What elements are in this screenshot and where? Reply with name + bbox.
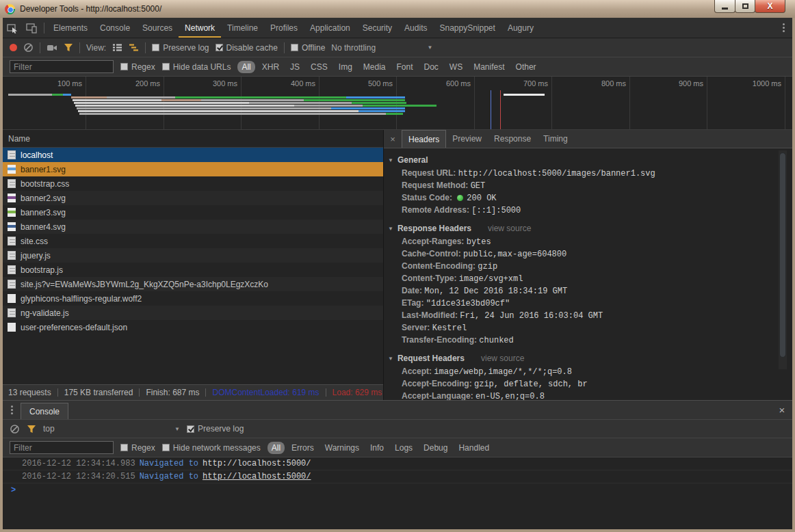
toolbar-divider [79, 42, 80, 53]
section-title-row[interactable]: ▼Response Headersview source [384, 221, 792, 236]
request-name: localhost [21, 150, 53, 160]
hide-network-messages-checkbox[interactable]: Hide network messages [162, 443, 261, 453]
table-row[interactable]: localhost [3, 148, 383, 162]
details-tab-preview[interactable]: Preview [446, 130, 488, 148]
tab-timeline[interactable]: Timeline [221, 18, 264, 38]
tab-application[interactable]: Application [304, 18, 356, 38]
details-tab-headers[interactable]: Headers [402, 130, 446, 148]
view-source-link[interactable]: view source [488, 224, 531, 233]
network-filter-input[interactable] [10, 60, 114, 73]
filter-type-js[interactable]: JS [286, 61, 304, 73]
filter-type-manifest[interactable]: Manifest [469, 61, 508, 73]
table-row[interactable]: site.css [3, 234, 383, 248]
filter-button[interactable] [27, 425, 36, 434]
filter-type-media[interactable]: Media [359, 61, 390, 73]
console-level-errors[interactable]: Errors [287, 442, 318, 454]
view-source-link[interactable]: view source [481, 354, 524, 363]
disable-cache-checkbox[interactable]: Disable cache [216, 43, 278, 53]
message-url-link[interactable]: http://localhost:5000/ [203, 459, 311, 468]
table-row[interactable]: banner3.svg [3, 205, 383, 220]
filter-type-other[interactable]: Other [512, 61, 540, 73]
filter-type-xhr[interactable]: XHR [258, 61, 283, 73]
section-title-row[interactable]: ▼General [384, 152, 792, 168]
show-overview-toggle[interactable] [129, 43, 139, 52]
table-row[interactable]: banner1.svg [3, 162, 383, 176]
console-level-info[interactable]: Info [366, 442, 388, 454]
tab-snappysnippet[interactable]: SnappySnippet [433, 18, 501, 38]
filter-type-all[interactable]: All [237, 61, 255, 73]
hide-data-urls-checkbox[interactable]: Hide data URLs [162, 62, 231, 72]
details-scrollbar[interactable] [779, 150, 787, 369]
request-name: bootstrap.css [21, 179, 69, 189]
tab-augury[interactable]: Augury [501, 18, 540, 38]
tab-network[interactable]: Network [179, 18, 221, 38]
offline-checkbox[interactable]: Offline [291, 43, 325, 53]
drawer-menu-button[interactable] [3, 401, 21, 419]
tab-console[interactable]: Console [94, 18, 136, 38]
document-icon [8, 308, 16, 317]
section-title-row[interactable]: ▼Request Headersview source [384, 351, 792, 366]
console-level-warnings[interactable]: Warnings [321, 442, 363, 454]
filter-type-img[interactable]: Img [335, 61, 356, 73]
table-row[interactable]: user-preferences-default.json [3, 320, 383, 334]
table-row[interactable]: glyphicons-halflings-regular.woff2 [3, 291, 383, 306]
table-row[interactable]: banner2.svg [3, 191, 383, 205]
capture-screenshots-button[interactable] [47, 43, 57, 52]
close-window-button[interactable]: X [755, 0, 785, 13]
timeline-bar [73, 99, 161, 101]
filter-type-doc[interactable]: Doc [420, 61, 443, 73]
console-level-logs[interactable]: Logs [391, 442, 417, 454]
message-url-link[interactable]: http://localhost:5000/ [203, 472, 311, 481]
filter-button[interactable] [64, 43, 73, 52]
image-blue-icon [8, 165, 16, 174]
table-row[interactable]: banner4.svg [3, 220, 383, 234]
tab-console[interactable]: Console [21, 403, 68, 419]
header-item: Accept-Language: en-US,en;q=0.8 [384, 390, 792, 400]
table-row[interactable]: site.js?v=EWaMeWsJBYWmL2g_KkgXZQ5nPe-a3I… [3, 277, 383, 291]
table-row[interactable]: bootstrap.css [3, 176, 383, 191]
tab-sources[interactable]: Sources [136, 18, 179, 38]
close-details-button[interactable]: × [384, 130, 402, 148]
tab-elements[interactable]: Elements [47, 18, 94, 38]
window-titlebar[interactable]: Developer Tools - http://localhost:5000/… [0, 0, 795, 18]
maximize-button[interactable] [735, 0, 755, 13]
clear-button[interactable] [23, 42, 34, 53]
devtools-menu-button[interactable] [774, 18, 792, 38]
close-drawer-button[interactable]: × [772, 401, 792, 419]
large-rows-toggle[interactable] [112, 43, 122, 52]
minimize-icon [722, 8, 728, 10]
timeline-bar [359, 110, 405, 112]
inspect-element-button[interactable] [3, 18, 22, 38]
console-level-all[interactable]: All [268, 442, 285, 454]
regex-checkbox[interactable]: Regex [120, 62, 155, 72]
clear-console-button[interactable] [10, 424, 20, 434]
table-row[interactable]: jquery.js [3, 248, 383, 263]
tab-security[interactable]: Security [356, 18, 398, 38]
console-regex-checkbox[interactable]: Regex [120, 443, 155, 453]
preserve-log-checkbox[interactable]: Preserve log [152, 43, 209, 53]
console-level-handled[interactable]: Handled [454, 442, 493, 454]
name-column-header[interactable]: Name [3, 130, 383, 148]
view-label: View: [86, 43, 106, 53]
details-tab-timing[interactable]: Timing [537, 130, 574, 148]
device-toolbar-button[interactable] [22, 18, 41, 38]
console-level-debug[interactable]: Debug [419, 442, 452, 454]
table-row[interactable]: bootstrap.js [3, 263, 383, 277]
execution-context-dropdown[interactable]: top ▼ [43, 424, 180, 434]
console-filter-input[interactable] [10, 441, 114, 454]
console-preserve-log-checkbox[interactable]: Preserve log [187, 424, 244, 434]
network-overview-timeline[interactable]: 100 ms200 ms300 ms400 ms500 ms600 ms700 … [3, 77, 792, 130]
details-tab-response[interactable]: Response [488, 130, 537, 148]
filter-type-font[interactable]: Font [393, 61, 417, 73]
timeline-gridline [707, 77, 707, 129]
scrollbar-thumb[interactable] [779, 152, 786, 358]
table-row[interactable]: ng-validate.js [3, 306, 383, 320]
minimize-button[interactable] [714, 0, 735, 13]
filter-type-css[interactable]: CSS [307, 61, 332, 73]
throttling-dropdown[interactable]: No throttling ▼ [331, 43, 432, 53]
tab-profiles[interactable]: Profiles [264, 18, 304, 38]
filter-type-ws[interactable]: WS [445, 61, 467, 73]
console-prompt[interactable]: > [3, 483, 792, 496]
tab-audits[interactable]: Audits [398, 18, 433, 38]
record-button[interactable] [10, 44, 17, 51]
